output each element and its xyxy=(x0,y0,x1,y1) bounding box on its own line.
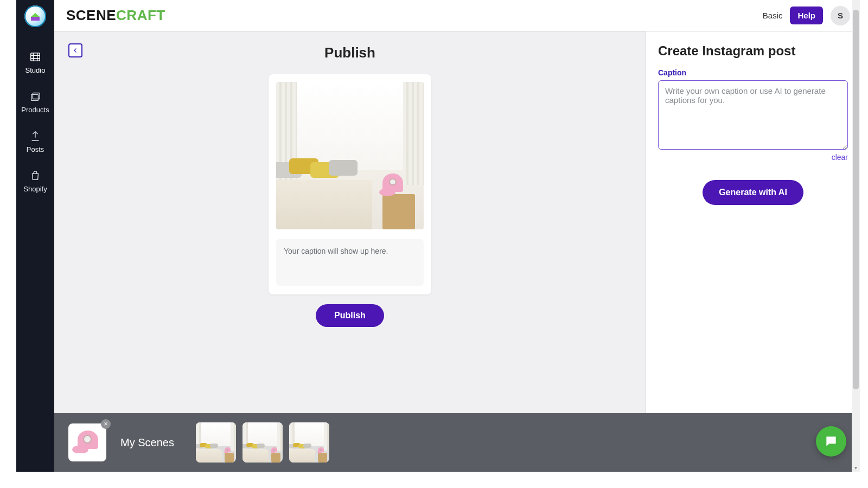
tray-title: My Scenes xyxy=(120,436,174,449)
page-title: Publish xyxy=(324,44,375,61)
side-nav: Studio Products Posts Shopify xyxy=(16,0,54,472)
scrollbar-down-arrow[interactable]: ▾ xyxy=(853,465,859,471)
create-post-panel: Create Instagram post Caption clear Gene… xyxy=(646,31,860,413)
selected-product-chip[interactable]: × xyxy=(68,423,106,461)
back-button[interactable] xyxy=(68,43,82,57)
svg-rect-5 xyxy=(31,94,39,100)
post-preview-card: Your caption will show up here. xyxy=(269,74,431,294)
app-logo[interactable] xyxy=(24,5,46,27)
chevron-left-icon xyxy=(72,47,79,54)
film-icon xyxy=(29,51,41,63)
cap-icon xyxy=(72,431,103,454)
post-preview-image xyxy=(276,82,424,229)
scene-thumb[interactable] xyxy=(289,422,329,463)
sidebar-item-label: Products xyxy=(21,106,49,114)
svg-rect-0 xyxy=(31,53,40,61)
window-scrollbar[interactable]: ▾ xyxy=(852,0,860,472)
clear-caption-link[interactable]: clear xyxy=(832,153,848,162)
sidebar-item-posts[interactable]: Posts xyxy=(16,125,54,160)
user-avatar[interactable]: S xyxy=(831,6,850,25)
scenes-tray: × My Scenes xyxy=(54,413,860,472)
publish-button[interactable]: Publish xyxy=(316,304,384,327)
caption-preview: Your caption will show up here. xyxy=(276,239,424,286)
sidebar-item-label: Shopify xyxy=(23,185,47,193)
scene-thumb[interactable] xyxy=(242,422,283,463)
remove-product-button[interactable]: × xyxy=(101,419,111,429)
scene-thumb[interactable] xyxy=(196,422,236,463)
sidebar-item-label: Posts xyxy=(27,145,44,153)
scrollbar-thumb[interactable] xyxy=(853,10,859,389)
panel-title: Create Instagram post xyxy=(658,43,848,59)
cube-icon xyxy=(31,12,40,21)
scene-thumbnails xyxy=(196,422,329,463)
product-overlay-cap xyxy=(379,174,409,197)
upload-icon xyxy=(29,130,41,142)
sidebar-item-label: Studio xyxy=(25,66,46,74)
chat-fab[interactable] xyxy=(816,426,846,457)
bag-icon xyxy=(29,170,41,182)
sidebar-item-products[interactable]: Products xyxy=(16,85,54,120)
sidebar-item-studio[interactable]: Studio xyxy=(16,46,54,81)
top-header: SCENECRAFT Basic Help S xyxy=(54,0,860,31)
chat-icon xyxy=(824,434,838,448)
svg-rect-6 xyxy=(33,93,40,99)
generate-with-ai-button[interactable]: Generate with AI xyxy=(703,180,803,205)
help-button[interactable]: Help xyxy=(790,7,823,24)
sidebar-item-shopify[interactable]: Shopify xyxy=(16,164,54,200)
plan-label[interactable]: Basic xyxy=(763,11,783,20)
publish-canvas: Publish xyxy=(54,31,646,413)
caption-input[interactable] xyxy=(658,80,848,150)
caption-label: Caption xyxy=(658,68,848,77)
brand-wordmark[interactable]: SCENECRAFT xyxy=(66,7,165,24)
layers-icon xyxy=(29,91,41,102)
